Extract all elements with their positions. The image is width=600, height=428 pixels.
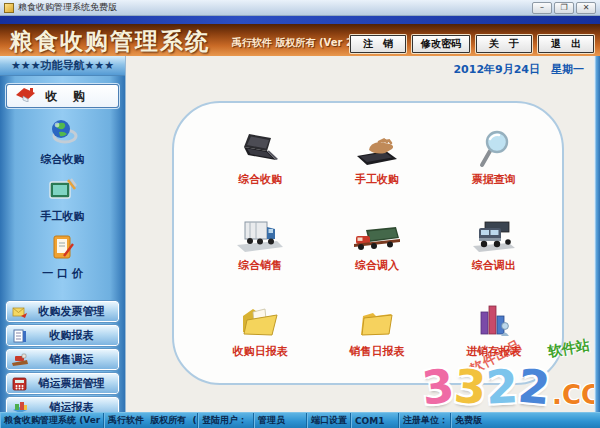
sidebar-item-label: 收购发票管理: [29, 304, 114, 319]
shipping-icon: [11, 352, 29, 368]
status-port-label: 端口设置：: [307, 413, 351, 428]
launcher-label: 综合销售: [238, 258, 282, 273]
sidebar-item-label: 收 购: [45, 88, 87, 105]
content: ★★★功能导航★★★ 收 购: [0, 56, 600, 412]
sidebar-nav-title: ★★★功能导航★★★: [0, 56, 125, 76]
status-register-value: 免费版: [451, 413, 600, 428]
sidebar-item-label: 销运票据管理: [29, 376, 114, 391]
launcher-label: 综合调入: [355, 258, 399, 273]
hand-keyboard-icon: [354, 130, 400, 168]
window-right-border: [594, 56, 600, 412]
launcher-manual-purchase[interactable]: 手工收购: [319, 115, 436, 201]
launcher-comprehensive-sales[interactable]: 综合销售: [202, 201, 319, 287]
launcher-inventory-report[interactable]: 进销存报表: [435, 287, 552, 373]
launcher-label: 票据查询: [472, 172, 516, 187]
window-title: 粮食收购管理系统免费版: [18, 1, 532, 14]
magnifier-icon: [477, 130, 511, 168]
sidebar-item-label: 收购报表: [29, 328, 114, 343]
report-icon: [11, 328, 29, 344]
sidebar-item-transport-ticket-mgmt[interactable]: 销运票据管理: [6, 373, 119, 394]
change-password-button[interactable]: 修改密码: [412, 35, 470, 53]
launcher-label: 手工收购: [355, 172, 399, 187]
notepad-icon: [48, 177, 78, 207]
main-area: 2012年9月24日 星期一 综合收: [126, 56, 600, 412]
sidebar-item-label: 手工收购: [41, 209, 85, 224]
calculator-icon: [11, 376, 29, 392]
launcher-comprehensive-inbound[interactable]: 综合调入: [319, 201, 436, 287]
truck-outbound-icon: [471, 216, 517, 254]
status-login-user-value: 管理员: [254, 413, 307, 428]
launcher-label: 综合调出: [472, 258, 516, 273]
sidebar-item-fixed-price[interactable]: 一 口 价: [6, 234, 119, 281]
bar-chart-icon: [476, 302, 512, 340]
sidebar-item-label: 一 口 价: [42, 266, 83, 281]
folder-icon: [357, 302, 397, 340]
minimize-icon[interactable]: –: [532, 2, 552, 14]
sidebar-item-manual-purchase[interactable]: 手工收购: [6, 177, 119, 224]
launcher-label: 收购日报表: [233, 344, 288, 359]
launcher-purchase-daily-report[interactable]: 收购日报表: [202, 287, 319, 373]
about-button[interactable]: 关 于: [476, 35, 532, 53]
status-app-version: 粮食收购管理系统 (Ver 2012): [0, 413, 104, 428]
launcher-panel: 综合收购 手工收购: [172, 101, 564, 385]
launcher-label: 销售日报表: [349, 344, 404, 359]
truck-inbound-icon: [352, 216, 402, 254]
status-copyright: 禹行软件 版权所有 (C): [104, 413, 198, 428]
sidebar-item-purchase-invoice-mgmt[interactable]: 收购发票管理: [6, 301, 119, 322]
status-register-label: 注册单位：: [399, 413, 451, 428]
status-port-value: COM1: [351, 413, 399, 428]
app-header: 粮食收购管理系统 禹行软件 版权所有 (Ver 2012) 注 销 修改密码 关…: [0, 24, 600, 56]
date-display: 2012年9月24日 星期一: [453, 62, 584, 77]
sidebar-item-sales-transport[interactable]: 销售调运: [6, 349, 119, 370]
restore-icon[interactable]: ❐: [554, 2, 574, 14]
watermark-suffix: .CC: [552, 380, 600, 410]
sidebar-menu: 收购发票管理 收购报表: [6, 301, 119, 428]
invoice-icon: [11, 304, 29, 320]
exit-button[interactable]: 退 出: [538, 35, 594, 53]
sidebar-item-purchase-reports[interactable]: 收购报表: [6, 325, 119, 346]
launcher-comprehensive-outbound[interactable]: 综合调出: [435, 201, 552, 287]
launcher-ticket-query[interactable]: 票据查询: [435, 115, 552, 201]
open-folder-icon: [239, 302, 281, 340]
page-title: 粮食收购管理系统: [10, 26, 210, 57]
titlebar: 粮食收购管理系统免费版 – ❐ ✕: [0, 0, 600, 16]
sidebar-item-purchase[interactable]: 收 购: [6, 84, 119, 108]
launcher-grid: 综合收购 手工收购: [202, 115, 552, 373]
status-bar: 粮食收购管理系统 (Ver 2012) 禹行软件 版权所有 (C) 登陆用户： …: [0, 412, 600, 428]
globe-icon: [47, 118, 79, 150]
decor-blue-strip: [0, 16, 600, 24]
launcher-comprehensive-purchase[interactable]: 综合收购: [202, 115, 319, 201]
sidebar-item-label: 销售调运: [29, 352, 114, 367]
sidebar-item-comprehensive-purchase[interactable]: 综合收购: [6, 118, 119, 167]
house-icon: [15, 87, 37, 106]
logout-button[interactable]: 注 销: [350, 35, 406, 53]
laptop-icon: [238, 130, 282, 168]
sidebar-body: 收 购 综合收购: [0, 76, 125, 428]
app-icon: [4, 3, 14, 13]
sidebar: ★★★功能导航★★★ 收 购: [0, 56, 126, 412]
sidebar-quick-items: 综合收购 手工收购: [6, 108, 119, 301]
header-buttons: 注 销 修改密码 关 于 退 出: [350, 35, 594, 53]
clipboard-icon: [50, 234, 76, 264]
window-controls: – ❐ ✕: [532, 2, 596, 14]
launcher-sales-daily-report[interactable]: 销售日报表: [319, 287, 436, 373]
sidebar-item-label: 综合收购: [41, 152, 85, 167]
status-login-user-label: 登陆用户：: [198, 413, 254, 428]
close-icon[interactable]: ✕: [576, 2, 596, 14]
launcher-label: 综合收购: [238, 172, 282, 187]
truck-sales-icon: [235, 216, 285, 254]
launcher-label: 进销存报表: [466, 344, 521, 359]
app-window: 粮食收购管理系统免费版 – ❐ ✕ 粮食收购管理系统 禹行软件 版权所有 (Ve…: [0, 0, 600, 428]
